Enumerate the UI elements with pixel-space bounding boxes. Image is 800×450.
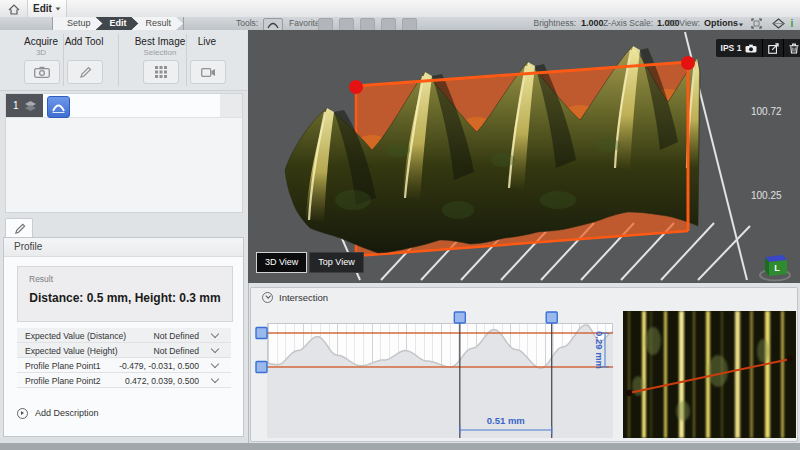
row-label: Expected Value (Height) (25, 346, 118, 356)
pencil-icon (13, 223, 26, 235)
dataset-cell[interactable]: 1 (6, 94, 43, 117)
grid-icon (155, 66, 167, 78)
result-box: Result Distance: 0.5 mm, Height: 0.3 mm (17, 266, 233, 322)
left-panel: Acquire 3D Add Tool Best Image Selection (0, 30, 249, 450)
edit-menu-tab[interactable]: Edit (27, 0, 67, 17)
3d-view-button[interactable]: 3D View (256, 252, 307, 273)
3d-viewport[interactable]: L IPS 1 (248, 30, 800, 283)
status-strip (0, 443, 800, 450)
z-axis-value-upper: 100.72 (751, 106, 782, 117)
acquire-button[interactable] (24, 60, 60, 84)
edit-menu-label: Edit (33, 3, 52, 14)
add-description-button[interactable]: Add Description (17, 406, 99, 420)
camera-icon (745, 44, 757, 53)
intersection-title: Intersection (279, 292, 328, 303)
application-window: Edit Setup Edit Result Tools: Favorites:… (0, 0, 800, 450)
profile-area-fill (267, 325, 613, 438)
row-end-cell (220, 94, 242, 117)
pencil-icon (78, 66, 92, 79)
add-tool-button[interactable] (67, 60, 103, 84)
3d-surface-view[interactable]: L (248, 30, 800, 283)
chevron-down-icon (739, 24, 743, 27)
intersection-header: Intersection (251, 288, 797, 306)
best-image-button[interactable] (143, 60, 179, 84)
title-bar: Edit (0, 0, 800, 18)
favorite-slot[interactable] (402, 18, 417, 31)
profile-panel: Profile Result Distance: 0.5 mm, Height:… (3, 237, 244, 437)
z-axis-value-lower: 100.25 (751, 190, 782, 201)
table-row[interactable]: Profile Plane Point1 -0.479, -0.031, 0.5… (17, 358, 231, 373)
favorite-slot[interactable] (318, 18, 333, 31)
favorite-slot[interactable] (339, 18, 354, 31)
table-row[interactable]: Expected Value (Distance) Not Defined (17, 328, 231, 343)
chevron-down-icon[interactable] (211, 330, 219, 338)
info-button[interactable]: i (786, 17, 798, 29)
chevron-down-icon (56, 7, 61, 10)
home-icon (7, 3, 21, 16)
section-endpoint-2 (787, 356, 793, 362)
live-title: Live (177, 36, 237, 47)
nav-cube-face-label: L (774, 263, 780, 273)
3d-view-label: 3D View: (662, 17, 700, 30)
edit-export-icon (768, 43, 779, 54)
left-cursor-handle[interactable] (454, 312, 465, 323)
isometric-view-button[interactable] (770, 17, 786, 29)
intersection-panel: Intersection 0.51 mm 0.29 mm (250, 287, 798, 442)
width-measurement-label: 0.51 mm (487, 415, 525, 426)
right-cursor-handle[interactable] (546, 312, 557, 323)
profile-tool-selected-button[interactable] (47, 96, 70, 118)
ips-capture-button[interactable]: IPS 1 (716, 39, 762, 57)
separator (118, 34, 119, 86)
step-result[interactable]: Result (132, 17, 184, 30)
z-axis-scale-label: Z-Axis Scale: (598, 17, 653, 30)
collapse-button[interactable] (262, 292, 273, 303)
brightness-label: Brightness: (500, 17, 576, 30)
chevron-down-icon (265, 293, 271, 299)
export-edit-button[interactable] (762, 39, 783, 57)
row-label: Profile Plane Point2 (25, 376, 100, 386)
main-toolbar: Setup Edit Result Tools: Favorites: Brig… (0, 17, 800, 31)
row-label: Profile Plane Point1 (25, 361, 100, 371)
favorite-slot[interactable] (381, 18, 396, 31)
surface-layers-icon (24, 100, 37, 112)
result-value: Distance: 0.5 mm, Height: 0.3 mm (18, 291, 232, 305)
profile-tool-tab[interactable] (5, 218, 33, 239)
diamond-icon (772, 18, 785, 29)
favorite-slot[interactable] (360, 18, 375, 31)
table-row[interactable]: Expected Value (Height) Not Defined (17, 343, 231, 358)
dataset-number: 1 (13, 100, 19, 111)
live-button[interactable] (190, 60, 226, 84)
frame-icon (751, 18, 762, 29)
3d-view-options-button[interactable]: Options (704, 17, 738, 30)
profile-curve-icon (267, 21, 279, 29)
profile-chart[interactable]: 0.51 mm 0.29 mm (253, 307, 619, 441)
delete-button[interactable] (783, 39, 800, 57)
lower-reference-handle[interactable] (256, 362, 267, 373)
row-value: 0.472, 0.039, 0.500 (125, 376, 199, 386)
chevron-down-icon[interactable] (211, 345, 219, 353)
tools-label: Tools: (236, 17, 258, 30)
profile-panel-title: Profile (4, 238, 243, 257)
step-setup[interactable]: Setup (53, 17, 103, 30)
action-bar: Acquire 3D Add Tool Best Image Selection (0, 30, 247, 91)
top-view-button[interactable]: Top View (309, 252, 363, 273)
dataset-row[interactable]: 1 (6, 94, 242, 118)
plane-endpoint-2[interactable] (681, 56, 695, 70)
info-icon: i (791, 18, 794, 29)
table-row[interactable]: Profile Plane Point2 0.472, 0.039, 0.500 (17, 373, 231, 388)
microscope-preview-image (623, 311, 796, 438)
acquire-subtitle: 3D (11, 48, 71, 57)
plane-endpoint-1[interactable] (349, 80, 363, 94)
height-measurement-label: 0.29 mm (594, 331, 605, 369)
chevron-down-icon[interactable] (211, 375, 219, 383)
add-tool-title: Add Tool (54, 36, 114, 47)
chevron-down-icon[interactable] (211, 360, 219, 368)
result-label: Result (29, 274, 53, 284)
fit-view-button[interactable] (748, 17, 764, 29)
row-value: -0.479, -0.031, 0.500 (119, 361, 199, 371)
upper-reference-handle[interactable] (256, 328, 267, 339)
trash-icon (789, 43, 799, 54)
profile-curve-icon (51, 100, 66, 114)
best-image-subtitle: Selection (130, 48, 190, 57)
row-value: Not Defined (154, 331, 199, 341)
